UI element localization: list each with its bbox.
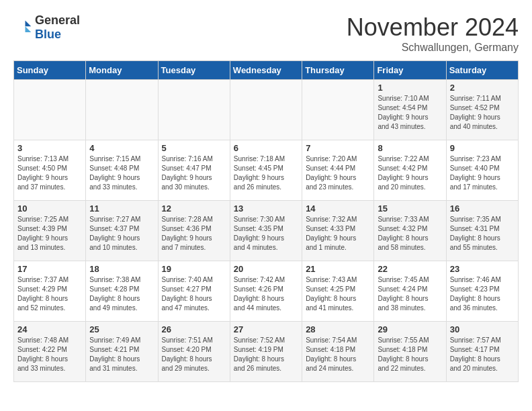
day-number: 27 (234, 324, 298, 334)
day-info: Sunrise: 7:11 AMSunset: 4:52 PMDaylight:… (450, 94, 515, 132)
day-number: 16 (450, 203, 515, 214)
day-number: 8 (378, 143, 442, 153)
day-info: Sunrise: 7:23 AMSunset: 4:40 PMDaylight:… (450, 154, 515, 192)
calendar-week-row: 24Sunrise: 7:48 AMSunset: 4:22 PMDayligh… (14, 322, 519, 382)
calendar-cell: 11Sunrise: 7:27 AMSunset: 4:37 PMDayligh… (86, 201, 158, 261)
logo-general: General (35, 13, 80, 27)
calendar-cell: 18Sunrise: 7:38 AMSunset: 4:28 PMDayligh… (86, 261, 158, 322)
calendar-cell: 4Sunrise: 7:15 AMSunset: 4:48 PMDaylight… (86, 140, 158, 201)
calendar-cell (86, 80, 158, 140)
day-number: 28 (306, 324, 370, 334)
day-info: Sunrise: 7:33 AMSunset: 4:32 PMDaylight:… (378, 215, 442, 253)
day-number: 23 (450, 264, 515, 274)
day-info: Sunrise: 7:51 AMSunset: 4:20 PMDaylight:… (162, 336, 226, 373)
day-number: 5 (162, 143, 226, 153)
day-info: Sunrise: 7:45 AMSunset: 4:24 PMDaylight:… (378, 275, 442, 313)
day-number: 19 (162, 264, 226, 274)
weekday-header-friday: Friday (374, 61, 446, 80)
day-info: Sunrise: 7:32 AMSunset: 4:33 PMDaylight:… (306, 215, 370, 253)
svg-marker-0 (26, 21, 32, 27)
calendar-cell: 29Sunrise: 7:55 AMSunset: 4:18 PMDayligh… (374, 322, 446, 382)
calendar-cell: 28Sunrise: 7:54 AMSunset: 4:18 PMDayligh… (302, 322, 374, 382)
day-info: Sunrise: 7:37 AMSunset: 4:29 PMDaylight:… (17, 275, 82, 313)
calendar-cell: 25Sunrise: 7:49 AMSunset: 4:21 PMDayligh… (86, 322, 158, 382)
calendar-cell: 26Sunrise: 7:51 AMSunset: 4:20 PMDayligh… (158, 322, 230, 382)
calendar-cell: 23Sunrise: 7:46 AMSunset: 4:23 PMDayligh… (446, 261, 518, 322)
day-info: Sunrise: 7:52 AMSunset: 4:19 PMDaylight:… (234, 336, 298, 373)
calendar-cell: 12Sunrise: 7:28 AMSunset: 4:36 PMDayligh… (158, 201, 230, 261)
day-info: Sunrise: 7:28 AMSunset: 4:36 PMDaylight:… (162, 215, 226, 253)
day-number: 17 (17, 264, 82, 274)
calendar-cell: 30Sunrise: 7:57 AMSunset: 4:17 PMDayligh… (446, 322, 518, 382)
page-header: General Blue November 2024 Schwallungen,… (13, 13, 519, 54)
day-info: Sunrise: 7:22 AMSunset: 4:42 PMDaylight:… (378, 154, 442, 192)
day-number: 15 (378, 203, 442, 214)
calendar-cell: 16Sunrise: 7:35 AMSunset: 4:31 PMDayligh… (446, 201, 518, 261)
calendar-cell: 27Sunrise: 7:52 AMSunset: 4:19 PMDayligh… (230, 322, 302, 382)
calendar-cell: 15Sunrise: 7:33 AMSunset: 4:32 PMDayligh… (374, 201, 446, 261)
day-info: Sunrise: 7:38 AMSunset: 4:28 PMDaylight:… (89, 275, 154, 313)
day-number: 24 (17, 324, 82, 334)
calendar-cell: 17Sunrise: 7:37 AMSunset: 4:29 PMDayligh… (14, 261, 86, 322)
location-title: Schwallungen, Germany (347, 42, 519, 54)
logo-icon (13, 18, 32, 37)
day-info: Sunrise: 7:16 AMSunset: 4:47 PMDaylight:… (162, 154, 226, 192)
day-info: Sunrise: 7:18 AMSunset: 4:45 PMDaylight:… (234, 154, 298, 192)
logo-blue: Blue (35, 28, 61, 41)
day-number: 9 (450, 143, 515, 153)
day-info: Sunrise: 7:54 AMSunset: 4:18 PMDaylight:… (306, 336, 370, 373)
calendar-cell: 24Sunrise: 7:48 AMSunset: 4:22 PMDayligh… (14, 322, 86, 382)
day-number: 20 (234, 264, 298, 274)
calendar-cell: 13Sunrise: 7:30 AMSunset: 4:35 PMDayligh… (230, 201, 302, 261)
calendar-week-row: 3Sunrise: 7:13 AMSunset: 4:50 PMDaylight… (14, 140, 519, 201)
day-info: Sunrise: 7:13 AMSunset: 4:50 PMDaylight:… (17, 154, 82, 192)
calendar-week-row: 1Sunrise: 7:10 AMSunset: 4:54 PMDaylight… (14, 80, 519, 140)
day-info: Sunrise: 7:25 AMSunset: 4:39 PMDaylight:… (17, 215, 82, 253)
day-info: Sunrise: 7:43 AMSunset: 4:25 PMDaylight:… (306, 275, 370, 313)
day-info: Sunrise: 7:15 AMSunset: 4:48 PMDaylight:… (89, 154, 154, 192)
day-info: Sunrise: 7:40 AMSunset: 4:27 PMDaylight:… (162, 275, 226, 313)
day-info: Sunrise: 7:48 AMSunset: 4:22 PMDaylight:… (17, 336, 82, 373)
calendar-cell: 14Sunrise: 7:32 AMSunset: 4:33 PMDayligh… (302, 201, 374, 261)
calendar-cell: 3Sunrise: 7:13 AMSunset: 4:50 PMDaylight… (14, 140, 86, 201)
calendar-cell (14, 80, 86, 140)
day-number: 3 (17, 143, 82, 153)
calendar-cell: 19Sunrise: 7:40 AMSunset: 4:27 PMDayligh… (158, 261, 230, 322)
calendar-cell: 20Sunrise: 7:42 AMSunset: 4:26 PMDayligh… (230, 261, 302, 322)
day-number: 12 (162, 203, 226, 214)
day-number: 10 (17, 203, 82, 214)
logo[interactable]: General Blue (13, 13, 80, 42)
day-info: Sunrise: 7:42 AMSunset: 4:26 PMDaylight:… (234, 275, 298, 313)
weekday-header-wednesday: Wednesday (230, 61, 302, 80)
day-number: 4 (89, 143, 154, 153)
day-number: 11 (89, 203, 154, 214)
weekday-header-thursday: Thursday (302, 61, 374, 80)
day-number: 21 (306, 264, 370, 274)
calendar-cell: 5Sunrise: 7:16 AMSunset: 4:47 PMDaylight… (158, 140, 230, 201)
day-info: Sunrise: 7:55 AMSunset: 4:18 PMDaylight:… (378, 336, 442, 373)
day-number: 22 (378, 264, 442, 274)
day-number: 18 (89, 264, 154, 274)
calendar-cell: 10Sunrise: 7:25 AMSunset: 4:39 PMDayligh… (14, 201, 86, 261)
calendar-cell: 7Sunrise: 7:20 AMSunset: 4:44 PMDaylight… (302, 140, 374, 201)
weekday-header-tuesday: Tuesday (158, 61, 230, 80)
calendar-table: SundayMondayTuesdayWednesdayThursdayFrid… (13, 60, 519, 382)
day-number: 26 (162, 324, 226, 334)
day-number: 29 (378, 324, 442, 334)
day-number: 14 (306, 203, 370, 214)
day-number: 1 (378, 83, 442, 93)
calendar-cell: 21Sunrise: 7:43 AMSunset: 4:25 PMDayligh… (302, 261, 374, 322)
calendar-cell: 6Sunrise: 7:18 AMSunset: 4:45 PMDaylight… (230, 140, 302, 201)
day-info: Sunrise: 7:27 AMSunset: 4:37 PMDaylight:… (89, 215, 154, 253)
day-info: Sunrise: 7:49 AMSunset: 4:21 PMDaylight:… (89, 336, 154, 373)
month-title: November 2024 (347, 13, 519, 42)
calendar-cell: 9Sunrise: 7:23 AMSunset: 4:40 PMDaylight… (446, 140, 518, 201)
day-info: Sunrise: 7:35 AMSunset: 4:31 PMDaylight:… (450, 215, 515, 253)
day-info: Sunrise: 7:46 AMSunset: 4:23 PMDaylight:… (450, 275, 515, 313)
weekday-header-saturday: Saturday (446, 61, 518, 80)
calendar-week-row: 17Sunrise: 7:37 AMSunset: 4:29 PMDayligh… (14, 261, 519, 322)
svg-marker-1 (26, 26, 32, 32)
title-block: November 2024 Schwallungen, Germany (347, 13, 519, 54)
calendar-cell (230, 80, 302, 140)
calendar-week-row: 10Sunrise: 7:25 AMSunset: 4:39 PMDayligh… (14, 201, 519, 261)
